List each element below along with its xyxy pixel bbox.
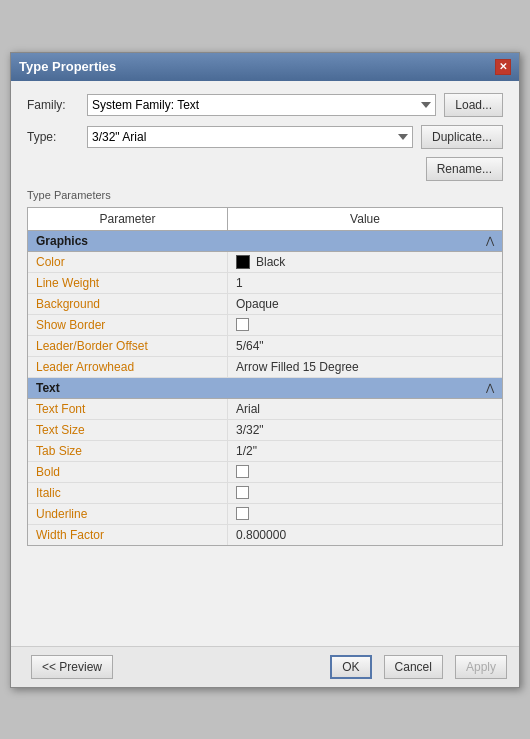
value-widthfactor[interactable]: 0.800000	[228, 525, 502, 545]
text-label: Text	[36, 381, 60, 395]
param-lineweight: Line Weight	[28, 273, 228, 293]
value-leader-offset[interactable]: 5/64"	[228, 336, 502, 356]
param-widthfactor: Width Factor	[28, 525, 228, 545]
preview-button[interactable]: << Preview	[31, 655, 113, 679]
cancel-button[interactable]: Cancel	[384, 655, 443, 679]
table-row: Bold	[28, 462, 502, 483]
type-select[interactable]: 3/32" Arial	[87, 126, 413, 148]
table-row: Italic	[28, 483, 502, 504]
close-button[interactable]: ✕	[495, 59, 511, 75]
spacer	[27, 554, 503, 634]
value-textsize[interactable]: 3/32"	[228, 420, 502, 440]
table-row: Color Black	[28, 252, 502, 273]
param-leader-offset: Leader/Border Offset	[28, 336, 228, 356]
param-tabsize: Tab Size	[28, 441, 228, 461]
value-lineweight[interactable]: 1	[228, 273, 502, 293]
bold-checkbox[interactable]	[236, 465, 249, 478]
value-leader-arrowhead[interactable]: Arrow Filled 15 Degree	[228, 357, 502, 377]
apply-button[interactable]: Apply	[455, 655, 507, 679]
table-row: Width Factor 0.800000	[28, 525, 502, 545]
rename-row: Rename...	[27, 157, 503, 181]
family-label: Family:	[27, 98, 87, 112]
title-bar: Type Properties ✕	[11, 53, 519, 81]
param-underline: Underline	[28, 504, 228, 524]
table-header: Parameter Value	[28, 208, 502, 231]
color-swatch	[236, 255, 250, 269]
table-row: Background Opaque	[28, 294, 502, 315]
family-row: Family: System Family: Text Load...	[27, 93, 503, 117]
graphics-group-header[interactable]: Graphics ⋀	[28, 231, 502, 252]
showborder-checkbox[interactable]	[236, 318, 249, 331]
type-row: Type: 3/32" Arial Duplicate...	[27, 125, 503, 149]
type-properties-dialog: Type Properties ✕ Family: System Family:…	[10, 52, 520, 688]
param-background: Background	[28, 294, 228, 314]
family-select[interactable]: System Family: Text	[87, 94, 436, 116]
table-row: Underline	[28, 504, 502, 525]
duplicate-button[interactable]: Duplicate...	[421, 125, 503, 149]
graphics-label: Graphics	[36, 234, 88, 248]
param-italic: Italic	[28, 483, 228, 503]
italic-checkbox[interactable]	[236, 486, 249, 499]
value-textfont[interactable]: Arial	[228, 399, 502, 419]
graphics-collapse-icon: ⋀	[486, 235, 494, 246]
rename-button[interactable]: Rename...	[426, 157, 503, 181]
section-label: Type Parameters	[27, 189, 503, 201]
dialog-footer: << Preview OK Cancel Apply	[11, 646, 519, 687]
value-showborder[interactable]	[228, 315, 502, 335]
value-tabsize[interactable]: 1/2"	[228, 441, 502, 461]
table-row: Tab Size 1/2"	[28, 441, 502, 462]
param-color: Color	[28, 252, 228, 272]
dialog-body: Family: System Family: Text Load... Type…	[11, 81, 519, 646]
table-row: Text Font Arial	[28, 399, 502, 420]
param-textsize: Text Size	[28, 420, 228, 440]
header-value: Value	[228, 208, 502, 230]
table-row: Show Border	[28, 315, 502, 336]
color-value: Black	[256, 255, 285, 269]
header-parameter: Parameter	[28, 208, 228, 230]
parameters-table: Parameter Value Graphics ⋀ Color Black L…	[27, 207, 503, 546]
value-italic[interactable]	[228, 483, 502, 503]
param-leader-arrowhead: Leader Arrowhead	[28, 357, 228, 377]
param-textfont: Text Font	[28, 399, 228, 419]
dialog-title: Type Properties	[19, 59, 116, 74]
load-button[interactable]: Load...	[444, 93, 503, 117]
value-color[interactable]: Black	[228, 252, 502, 272]
text-collapse-icon: ⋀	[486, 382, 494, 393]
table-row: Leader/Border Offset 5/64"	[28, 336, 502, 357]
param-bold: Bold	[28, 462, 228, 482]
footer-right: OK Cancel Apply	[322, 655, 507, 679]
value-underline[interactable]	[228, 504, 502, 524]
table-row: Line Weight 1	[28, 273, 502, 294]
value-bold[interactable]	[228, 462, 502, 482]
underline-checkbox[interactable]	[236, 507, 249, 520]
param-showborder: Show Border	[28, 315, 228, 335]
table-row: Leader Arrowhead Arrow Filled 15 Degree	[28, 357, 502, 378]
ok-button[interactable]: OK	[330, 655, 371, 679]
table-row: Text Size 3/32"	[28, 420, 502, 441]
type-label: Type:	[27, 130, 87, 144]
text-group-header[interactable]: Text ⋀	[28, 378, 502, 399]
value-background[interactable]: Opaque	[228, 294, 502, 314]
